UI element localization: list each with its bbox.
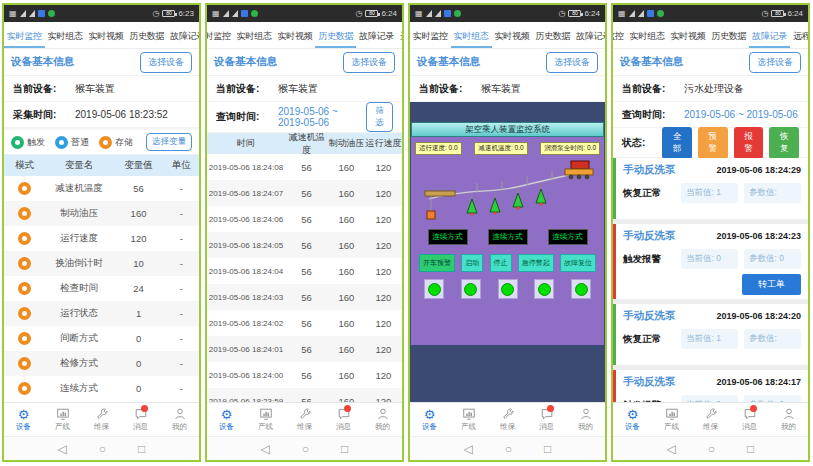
home-button[interactable]: ○	[302, 442, 309, 456]
nav-maintenance[interactable]: 维保	[285, 403, 324, 436]
tab-remote-control[interactable]: 远程控制	[790, 22, 808, 48]
nav-device[interactable]: ⚙设备	[410, 403, 449, 436]
nav-production-line[interactable]: 产线	[449, 403, 488, 436]
fault-reset-button[interactable]: 故障复位	[560, 254, 596, 272]
bottom-nav: ⚙设备 产线 维保 消息 我的	[410, 402, 605, 436]
nav-maintenance[interactable]: 维保	[691, 403, 730, 436]
create-work-order-button[interactable]: 转工单	[742, 274, 801, 295]
bottom-nav: ⚙设备 产线 维保 消息 我的	[4, 402, 199, 436]
variable-row[interactable]: 检查时间 24 -	[4, 276, 199, 301]
nav-production-line[interactable]: 产线	[652, 403, 691, 436]
nav-device[interactable]: ⚙设备	[4, 403, 43, 436]
nav-messages[interactable]: 消息	[527, 403, 566, 436]
nav-device[interactable]: ⚙设备	[613, 403, 652, 436]
start-button[interactable]: 启动	[461, 254, 483, 272]
tab-remote-control[interactable]: 远程控制	[397, 22, 402, 48]
nav-profile[interactable]: 我的	[566, 403, 605, 436]
back-button[interactable]: ◁	[58, 442, 67, 456]
tab-realtime-monitor[interactable]: 实时监控	[613, 22, 627, 48]
tab-history-data[interactable]: 历史数据	[532, 22, 573, 48]
variable-row[interactable]: 检修方式 0 -	[4, 351, 199, 376]
start-warning-button[interactable]: 开车预警	[419, 254, 455, 272]
back-button[interactable]: ◁	[667, 442, 676, 456]
variable-row[interactable]: 制动油压 160 -	[4, 201, 199, 226]
tab-history-data[interactable]: 历史数据	[126, 22, 167, 48]
estop-lockout-button[interactable]: 急停禁起	[518, 254, 554, 272]
tab-realtime-config[interactable]: 实时组态	[45, 22, 86, 48]
history-row: 2019-05-06 18:24:05 56 160 120	[207, 232, 402, 258]
nav-maintenance[interactable]: 维保	[488, 403, 527, 436]
home-button[interactable]: ○	[708, 442, 715, 456]
unread-badge	[750, 405, 757, 412]
col-speed: 运行速度	[365, 137, 402, 150]
nav-messages[interactable]: 消息	[324, 403, 363, 436]
variable-row[interactable]: 换油倒计时 10 -	[4, 251, 199, 276]
tab-fault-record[interactable]: 故障记录	[749, 22, 790, 48]
tab-fault-record[interactable]: 故障记录	[356, 22, 397, 48]
query-range-value[interactable]: 2019-05-06 ~ 2019-05-06	[684, 109, 798, 120]
tab-history-data[interactable]: 历史数据	[708, 22, 749, 48]
select-variable-button[interactable]: 选择变量	[146, 133, 192, 151]
history-row: 2019-05-06 18:24:07 56 160 120	[207, 180, 402, 206]
tab-realtime-video[interactable]: 实时视频	[492, 22, 533, 48]
stop-button[interactable]: 停止	[490, 254, 512, 272]
filter-warning-button[interactable]: 预警	[698, 127, 728, 159]
variable-name: 运行状态	[45, 307, 113, 320]
nav-profile[interactable]: 我的	[363, 403, 402, 436]
tab-realtime-video[interactable]: 实时视频	[275, 22, 316, 48]
nav-production-line[interactable]: 产线	[246, 403, 285, 436]
bottom-nav: ⚙设备 产线 维保 消息 我的	[207, 402, 402, 436]
param-value-field: 参数值: 0	[744, 249, 801, 269]
nav-profile[interactable]: 我的	[769, 403, 808, 436]
nav-maintenance[interactable]: 维保	[82, 403, 121, 436]
tab-fault-record[interactable]: 故障记录	[167, 22, 199, 48]
nav-profile[interactable]: 我的	[160, 403, 199, 436]
current-value-field: 当前值: 0	[681, 249, 738, 269]
variable-unit: -	[164, 333, 199, 344]
filter-all-button[interactable]: 全部	[662, 127, 692, 159]
select-device-button[interactable]: 选择设备	[343, 52, 395, 73]
recents-button[interactable]: □	[747, 442, 754, 456]
nav-messages[interactable]: 消息	[730, 403, 769, 436]
nav-device[interactable]: ⚙设备	[207, 403, 246, 436]
recents-button[interactable]: □	[341, 442, 348, 456]
filter-button[interactable]: 筛选	[366, 102, 393, 132]
store-mode-icon	[18, 332, 31, 345]
variable-row[interactable]: 连续方式 0 -	[4, 376, 199, 401]
tab-realtime-config[interactable]: 实时组态	[451, 22, 492, 48]
variable-row[interactable]: 运行状态 1 -	[4, 301, 199, 326]
select-device-button[interactable]: 选择设备	[140, 52, 192, 73]
recents-button[interactable]: □	[544, 442, 551, 456]
bottom-nav: ⚙设备 产线 维保 消息 我的	[613, 402, 808, 436]
back-button[interactable]: ◁	[261, 442, 270, 456]
recents-button[interactable]: □	[138, 442, 145, 456]
filter-alarm-button[interactable]: 报警	[734, 127, 764, 159]
tab-history-data[interactable]: 历史数据	[315, 22, 356, 48]
filter-recover-button[interactable]: 恢复	[769, 127, 799, 159]
variable-row[interactable]: 减速机温度 56 -	[4, 176, 199, 201]
tab-realtime-video[interactable]: 实时视频	[668, 22, 709, 48]
nav-production-line[interactable]: 产线	[43, 403, 82, 436]
variable-value: 10	[113, 258, 164, 269]
variable-row[interactable]: 间断方式 0 -	[4, 326, 199, 351]
home-button[interactable]: ○	[99, 442, 106, 456]
tab-realtime-video[interactable]: 实时视频	[86, 22, 127, 48]
home-button[interactable]: ○	[505, 442, 512, 456]
nav-messages[interactable]: 消息	[121, 403, 160, 436]
row-speed: 120	[365, 240, 402, 251]
back-button[interactable]: ◁	[464, 442, 473, 456]
store-mode-icon	[18, 182, 31, 195]
current-device-value: 猴车装置	[481, 82, 521, 96]
current-value-field: 当前值: 0	[681, 395, 738, 402]
tab-realtime-monitor[interactable]: 实时监控	[207, 22, 234, 48]
variable-row[interactable]: 运行速度 120 -	[4, 226, 199, 251]
tab-fault-record[interactable]: 故障记录	[573, 22, 605, 48]
tab-realtime-monitor[interactable]: 实时监控	[410, 22, 451, 48]
tab-realtime-monitor[interactable]: 实时监控	[4, 22, 45, 48]
tab-realtime-config[interactable]: 实时组态	[627, 22, 668, 48]
select-device-button[interactable]: 选择设备	[749, 52, 801, 73]
tab-realtime-config[interactable]: 实时组态	[234, 22, 275, 48]
select-device-button[interactable]: 选择设备	[546, 52, 598, 73]
query-range-value[interactable]: 2019-05-06 ~ 2019-05-06	[278, 106, 366, 128]
row-speed: 120	[365, 266, 402, 277]
